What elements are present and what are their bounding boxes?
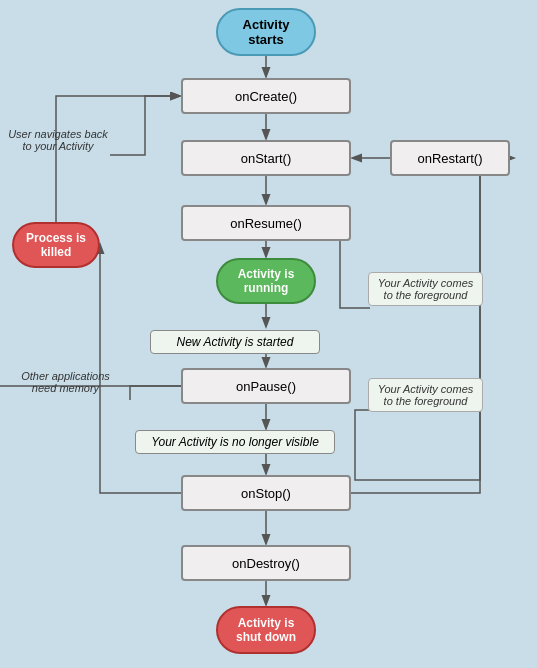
on-destroy-label: onDestroy() [232, 556, 300, 571]
no-longer-visible-label: Your Activity is no longer visible [135, 430, 335, 454]
on-restart-label: onRestart() [417, 151, 482, 166]
on-resume-label: onResume() [230, 216, 302, 231]
on-stop-node: onStop() [181, 475, 351, 511]
foreground-label-1: Your Activity comes to the foreground [368, 272, 483, 306]
activity-running-node: Activity is running [216, 258, 316, 304]
user-navigates-label: User navigates back to your Activity [8, 128, 108, 152]
on-stop-label: onStop() [241, 486, 291, 501]
on-destroy-node: onDestroy() [181, 545, 351, 581]
other-apps-label: Other applications need memory [8, 370, 123, 394]
activity-starts-label: Activity starts [243, 17, 290, 47]
foreground-label-2: Your Activity comes to the foreground [368, 378, 483, 412]
activity-running-label: Activity is running [238, 267, 295, 295]
activity-lifecycle-diagram: Activity starts onCreate() onStart() onR… [0, 0, 537, 668]
new-activity-label: New Activity is started [150, 330, 320, 354]
process-killed-node: Process is killed [12, 222, 100, 268]
on-restart-node: onRestart() [390, 140, 510, 176]
activity-shutdown-node: Activity is shut down [216, 606, 316, 654]
on-start-node: onStart() [181, 140, 351, 176]
on-pause-node: onPause() [181, 368, 351, 404]
on-pause-label: onPause() [236, 379, 296, 394]
activity-starts-node: Activity starts [216, 8, 316, 56]
on-start-label: onStart() [241, 151, 292, 166]
on-create-label: onCreate() [235, 89, 297, 104]
on-create-node: onCreate() [181, 78, 351, 114]
process-killed-label: Process is killed [26, 231, 86, 259]
activity-shutdown-label: Activity is shut down [236, 616, 296, 644]
on-resume-node: onResume() [181, 205, 351, 241]
